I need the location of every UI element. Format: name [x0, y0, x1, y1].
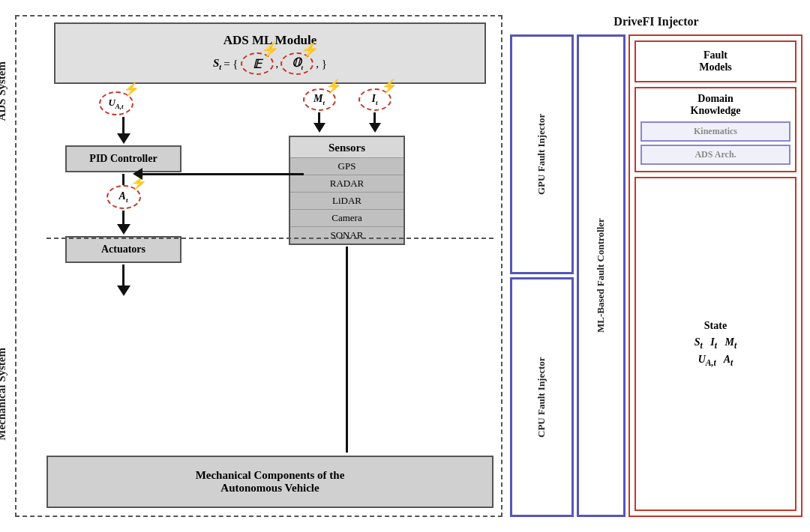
- kinematics-box: Kinematics: [640, 121, 790, 142]
- bolt-u: ⚡: [123, 81, 140, 97]
- state-box: State St It Mt UA,t At: [634, 177, 796, 511]
- sensor-camera: Camera: [290, 209, 404, 226]
- sensors-title: Sensors: [290, 137, 404, 157]
- ml-module-formula: St = { 𝔼 ⚡ , 𝕆t: [63, 52, 477, 75]
- u-arrow-area: UA,t ⚡: [114, 91, 134, 144]
- gpu-injector-box: GPU Fault Injector: [510, 34, 574, 274]
- sensor-lidar: LiDAR: [290, 192, 404, 209]
- ml-module-box: ADS ML Module St = { 𝔼 ⚡ ,: [54, 22, 486, 84]
- diagram-wrapper: ADS System Mechanical System ADS ML Modu…: [8, 7, 802, 525]
- sensor-gps: GPS: [290, 157, 404, 175]
- mechanical-box: Mechanical Components of the Autonomous …: [46, 456, 494, 508]
- fault-models-box: Fault Models: [634, 40, 796, 82]
- ml-controller-box: ML-Based Fault Controller: [577, 34, 626, 517]
- cpu-injector-box: CPU Fault Injector: [510, 277, 574, 517]
- sensors-box: Sensors GPS RADAR LiDAR Camera SONAR: [289, 136, 405, 245]
- bolt-i: ⚡: [381, 78, 398, 94]
- bolt-w: ⚡: [301, 40, 320, 58]
- ads-system-label: ADS System: [0, 61, 8, 121]
- drivefi-panel: DriveFI Injector GPU Fault Injector CPU …: [510, 15, 802, 517]
- ads-arch-box: ADS Arch.: [640, 145, 790, 165]
- mechanical-system-label: Mechanical System: [0, 348, 8, 441]
- drivefi-header: DriveFI Injector: [510, 15, 802, 28]
- bolt-m: ⚡: [326, 78, 342, 94]
- sensor-sonar: SONAR: [290, 226, 404, 244]
- bolt-c: ⚡: [261, 40, 280, 58]
- actuators-box: Actuators: [65, 236, 182, 263]
- domain-knowledge-box: Domain Knowledge Kinematics ADS Arch.: [634, 87, 796, 172]
- sensor-radar: RADAR: [290, 175, 404, 192]
